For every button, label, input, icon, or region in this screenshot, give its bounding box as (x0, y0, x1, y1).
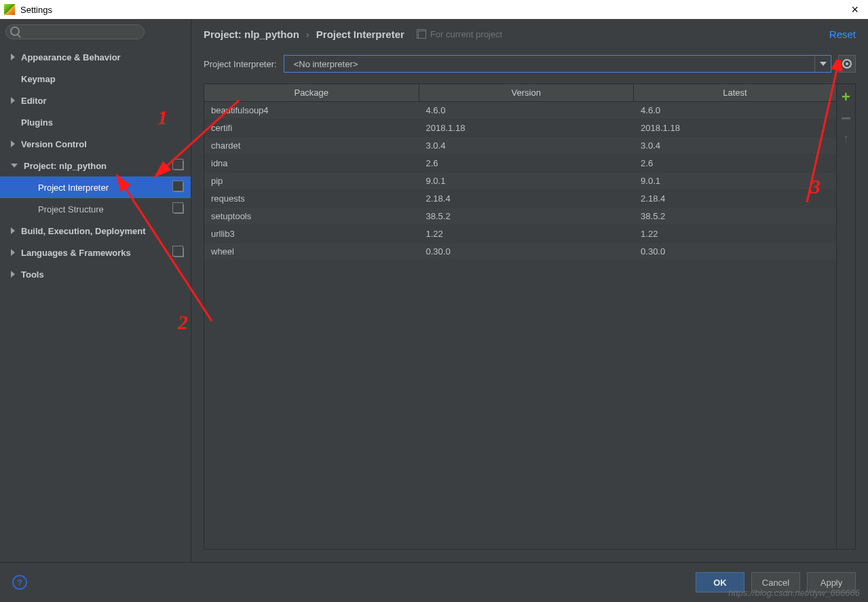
table-cell: idna (204, 155, 419, 172)
table-cell: 2.18.4 (634, 190, 836, 207)
breadcrumb-hint: For current project (418, 29, 502, 39)
chevron-right-icon (11, 227, 15, 234)
watermark: https://blog.csdn.net/dyw_666666 (728, 588, 860, 598)
interpreter-settings-button[interactable] (838, 55, 856, 73)
table-row[interactable]: idna2.62.6 (204, 155, 836, 172)
table-row[interactable]: beautifulsoup44.6.04.6.0 (204, 102, 836, 119)
interpreter-select[interactable]: <No interpreter> (284, 55, 831, 73)
breadcrumb-page: Project Interpreter (316, 29, 404, 40)
close-icon[interactable]: × (846, 3, 864, 16)
upgrade-package-button: ↑ (844, 132, 849, 145)
sidebar-item[interactable]: Version Control (0, 133, 191, 155)
table-cell: 2018.1.18 (634, 119, 836, 136)
table-cell: 3.0.4 (634, 137, 836, 154)
search-icon (10, 26, 20, 36)
sidebar: Appearance & BehaviorKeymapEditorPlugins… (0, 19, 191, 562)
add-package-button[interactable]: + (842, 90, 850, 105)
table-row[interactable]: chardet3.0.43.0.4 (204, 137, 836, 155)
table-row[interactable]: pip9.0.19.0.1 (204, 172, 836, 190)
main-window: Appearance & BehaviorKeymapEditorPlugins… (0, 19, 868, 562)
table-row[interactable]: setuptools38.5.238.5.2 (204, 208, 836, 225)
sidebar-search-input[interactable] (5, 24, 145, 39)
table-cell: chardet (204, 137, 419, 154)
table-cell: 4.6.0 (634, 102, 836, 119)
col-package[interactable]: Package (204, 84, 419, 101)
sidebar-item-label: Version Control (21, 139, 87, 149)
scope-icon (174, 248, 184, 257)
content-panel: Project: nlp_python › Project Interprete… (191, 19, 868, 562)
table-cell: 0.30.0 (634, 243, 836, 260)
chevron-down-icon (11, 164, 18, 168)
sidebar-item-label: Build, Execution, Deployment (21, 226, 145, 236)
sidebar-item[interactable]: Appearance & Behavior (0, 46, 191, 68)
sidebar-subitem[interactable]: Project Structure (0, 198, 191, 220)
sidebar-item[interactable]: Plugins (0, 111, 191, 133)
sidebar-tree: Appearance & BehaviorKeymapEditorPlugins… (0, 43, 191, 562)
sidebar-item[interactable]: Tools (0, 263, 191, 285)
sidebar-item[interactable]: Languages & Frameworks (0, 242, 191, 263)
table-cell: 3.0.4 (419, 137, 635, 154)
breadcrumb-hint-text: For current project (430, 29, 502, 39)
sidebar-item[interactable]: Keymap (0, 68, 191, 90)
table-cell: 2018.1.18 (419, 119, 635, 136)
remove-package-button: − (841, 114, 851, 123)
table-cell: 9.0.1 (419, 172, 635, 189)
breadcrumb-project: Project: nlp_python (204, 29, 299, 40)
table-cell: 38.5.2 (634, 208, 836, 225)
sidebar-item[interactable]: Project: nlp_python (0, 155, 191, 176)
table-cell: 9.0.1 (634, 172, 836, 189)
sidebar-item-label: Project Interpreter (38, 183, 109, 193)
table-cell: 2.18.4 (419, 190, 635, 207)
sidebar-subitem[interactable]: Project Interpreter (0, 176, 191, 198)
sidebar-search-row (0, 19, 191, 43)
table-cell: pip (204, 172, 419, 189)
gear-icon (842, 59, 852, 69)
table-cell: wheel (204, 243, 419, 260)
sidebar-item-label: Languages & Frameworks (21, 248, 131, 258)
sidebar-item[interactable]: Build, Execution, Deployment (0, 220, 191, 242)
sidebar-item-label: Plugins (21, 117, 53, 128)
interpreter-value: <No interpreter> (294, 59, 358, 69)
sidebar-item-label: Appearance & Behavior (21, 52, 121, 62)
table-cell: 1.22 (419, 225, 635, 242)
sidebar-item-label: Editor (21, 96, 47, 106)
table-header: Package Version Latest (204, 84, 836, 102)
table-cell: setuptools (204, 208, 419, 225)
chevron-right-icon (11, 140, 15, 147)
interpreter-row: Project Interpreter: <No interpreter> (191, 43, 868, 79)
reset-link[interactable]: Reset (829, 29, 856, 40)
sidebar-item-label: Project Structure (38, 204, 104, 214)
window-title: Settings (20, 5, 52, 15)
chevron-right-icon (11, 97, 15, 104)
breadcrumb-separator: › (306, 29, 309, 40)
app-icon (4, 4, 15, 15)
table-row[interactable]: requests2.18.42.18.4 (204, 190, 836, 208)
help-button[interactable]: ? (12, 575, 27, 590)
table-row[interactable]: certifi2018.1.182018.1.18 (204, 119, 836, 137)
interpreter-label: Project Interpreter: (204, 59, 277, 69)
table-row[interactable]: wheel0.30.00.30.0 (204, 243, 836, 261)
scope-icon (418, 31, 426, 39)
scope-icon (174, 183, 184, 192)
table-cell: urllib3 (204, 225, 419, 242)
table-side-toolbar: + − ↑ (836, 84, 855, 549)
chevron-right-icon (11, 249, 15, 256)
packages-table: Package Version Latest beautifulsoup44.6… (204, 84, 836, 549)
table-cell: certifi (204, 119, 419, 136)
table-row[interactable]: urllib31.221.22 (204, 225, 836, 243)
sidebar-item-label: Keymap (21, 74, 56, 84)
table-cell: 1.22 (634, 225, 836, 242)
col-version[interactable]: Version (419, 84, 635, 101)
chevron-right-icon (11, 271, 15, 278)
scope-icon (174, 204, 184, 214)
table-cell: 0.30.0 (419, 243, 635, 260)
title-bar: Settings × (0, 0, 868, 19)
col-latest[interactable]: Latest (634, 84, 836, 101)
table-cell: 2.6 (419, 155, 635, 172)
sidebar-item-label: Tools (21, 269, 44, 280)
table-cell: 38.5.2 (419, 208, 635, 225)
table-cell: requests (204, 190, 419, 207)
chevron-down-icon (820, 62, 827, 66)
sidebar-item[interactable]: Editor (0, 90, 191, 111)
interpreter-dropdown-button[interactable] (814, 56, 831, 72)
